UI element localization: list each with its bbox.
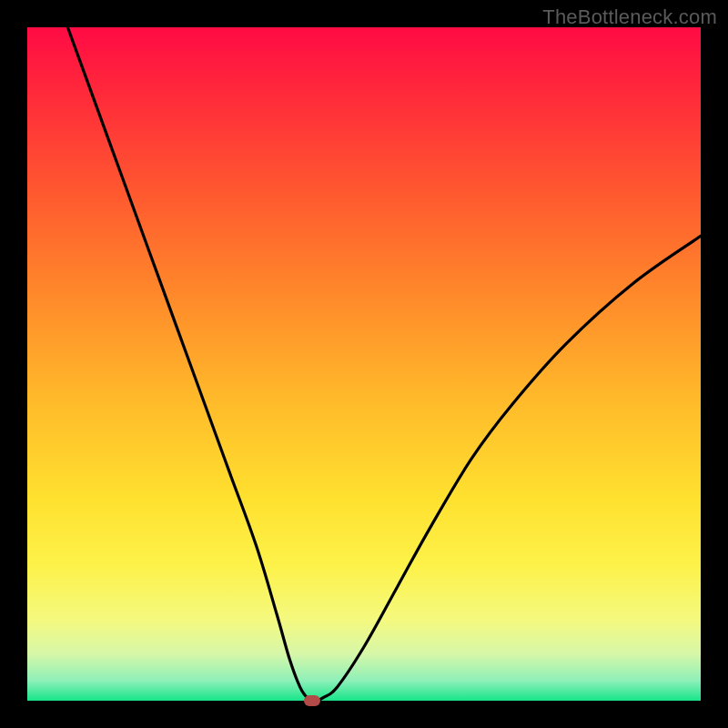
chart-plot-area (27, 27, 701, 701)
svg-rect-0 (27, 27, 701, 701)
watermark-text: TheBottleneck.com (542, 5, 717, 29)
chart-frame (27, 27, 701, 701)
chart-background-gradient (27, 27, 701, 701)
